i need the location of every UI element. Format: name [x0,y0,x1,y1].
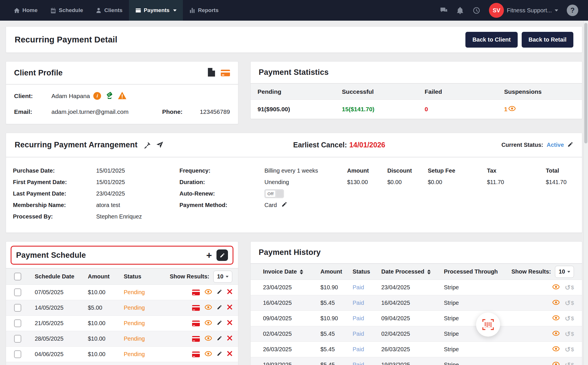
charge-card-icon[interactable] [192,336,200,342]
refund-icon[interactable]: ↺$ [565,330,574,338]
date-processed-column[interactable]: Date Processed [381,268,444,275]
row-checkbox[interactable] [14,350,21,358]
delete-x-icon[interactable] [227,289,232,296]
row-checkbox[interactable] [14,319,21,327]
status-cell: Pending [124,351,161,358]
view-eye-icon[interactable] [552,331,560,337]
phone-value: 123456789 [200,108,230,115]
status-cell: Paid [353,362,381,365]
suspensions-eye-icon[interactable] [508,106,516,113]
edit-pencil-icon[interactable] [217,320,222,327]
messages-icon[interactable] [440,7,448,14]
nav-item-reports[interactable]: Reports [183,0,225,21]
processed-through-column: Processed Through [444,268,511,275]
scrollbar-thumb[interactable] [584,23,587,143]
avatar: SV [489,3,504,18]
setup-fee-header: Setup Fee [428,165,487,176]
sort-icon[interactable] [300,270,303,274]
refund-icon[interactable]: ↺$ [565,346,574,354]
nav-item-schedule[interactable]: Schedule [44,0,89,21]
view-eye-icon[interactable] [552,346,560,353]
edit-pencil-icon[interactable] [217,351,222,358]
amount-cell: $10.00 [88,335,124,342]
notifications-bell-icon[interactable] [456,7,464,14]
nav-item-clients[interactable]: Clients [89,0,129,21]
refund-icon[interactable]: ↺$ [565,299,574,307]
date-processed-cell: 16/04/2025 [381,300,444,306]
client-warning-icon[interactable] [118,92,126,100]
discount-value: $0.00 [387,176,428,188]
row-checkbox[interactable] [14,304,21,312]
help-icon[interactable]: ? [567,5,578,16]
client-info-icon[interactable]: i [93,92,101,100]
invoice-date-column[interactable]: Invoice Date [263,268,320,275]
nav-item-payments[interactable]: Payments [129,0,183,21]
view-eye-icon[interactable] [552,300,560,307]
view-eye-icon[interactable] [205,335,212,342]
delete-x-icon[interactable] [227,351,232,358]
edit-schedule-button[interactable] [216,249,228,261]
amount-cell: $5.45 [320,331,353,337]
duration-label: Duration: [179,179,264,186]
edit-pencil-icon[interactable] [217,335,222,342]
view-eye-icon[interactable] [552,284,560,291]
amount-cell: $5.45 [320,362,353,365]
view-eye-icon[interactable] [552,362,560,365]
barcode-scan-button[interactable] [476,313,500,337]
edit-status-pencil-icon[interactable] [567,141,573,149]
processed-through-cell: Stripe [444,331,552,337]
refund-icon[interactable]: ↺$ [565,315,574,323]
delete-x-icon[interactable] [227,335,232,342]
auto-renew-label: Auto-Renew: [179,190,264,197]
history-clock-icon[interactable] [473,7,480,14]
charge-card-icon[interactable] [192,352,200,357]
chevron-down-icon [555,9,558,11]
charge-card-icon[interactable] [192,305,200,311]
edit-pencil-icon[interactable] [217,289,222,296]
page-scrollbar[interactable] [583,21,588,365]
send-icon[interactable] [156,141,163,149]
edit-pencil-icon[interactable] [217,305,222,311]
client-money-icon[interactable] [106,91,113,100]
gavel-icon[interactable] [144,141,151,149]
show-results-select[interactable]: 10 [213,271,232,283]
delete-x-icon[interactable] [227,320,232,327]
amount-cell: $5.45 [320,346,353,353]
view-eye-icon[interactable] [205,351,212,358]
discount-header: Discount [387,165,428,176]
edit-payment-method-pencil-icon[interactable] [281,201,287,209]
schedule-table-row: 28/05/2025 $10.00 Pending [6,331,238,347]
refund-icon[interactable]: ↺$ [565,284,574,292]
charge-card-icon[interactable] [192,321,200,326]
current-status-value[interactable]: Active [547,142,564,148]
payment-method-label: Payment Method: [179,202,264,208]
sort-icon[interactable] [427,270,431,274]
view-eye-icon[interactable] [205,305,212,311]
view-eye-icon[interactable] [205,289,212,296]
view-eye-icon[interactable] [205,320,212,327]
client-card-icon[interactable] [221,70,230,76]
client-notes-file-icon[interactable] [208,68,215,78]
back-to-client-button[interactable]: Back to Client [465,32,517,48]
row-checkbox[interactable] [14,335,21,343]
purchase-date-label: Purchase Date: [13,167,96,174]
first-payment-date-label: First Payment Date: [13,179,96,186]
back-to-retail-button[interactable]: Back to Retail [522,32,573,48]
auto-renew-toggle[interactable]: Off [264,189,284,198]
recurring-payment-arrangement-card: Recurring Payment Arrangement Earliest C… [6,133,582,233]
history-table-row: 23/04/2025 $10.90 Paid 23/04/2025 Stripe… [251,280,582,295]
row-checkbox[interactable] [14,288,21,296]
charge-card-icon[interactable] [192,290,200,295]
add-schedule-icon[interactable]: + [206,250,212,260]
amount-header: Amount [347,165,387,176]
account-menu[interactable]: SV Fitness Support... [489,3,558,18]
payment-history-title: Payment History [259,248,321,257]
status-cell: Pending [124,289,161,296]
refund-icon[interactable]: ↺$ [565,361,574,365]
show-results-select[interactable]: 10 [555,266,574,278]
view-eye-icon[interactable] [552,315,560,322]
delete-x-icon[interactable] [227,305,232,311]
select-all-checkbox[interactable] [14,273,21,280]
nav-item-home[interactable]: Home [7,0,44,21]
stats-col-successful: Successful [342,88,425,95]
